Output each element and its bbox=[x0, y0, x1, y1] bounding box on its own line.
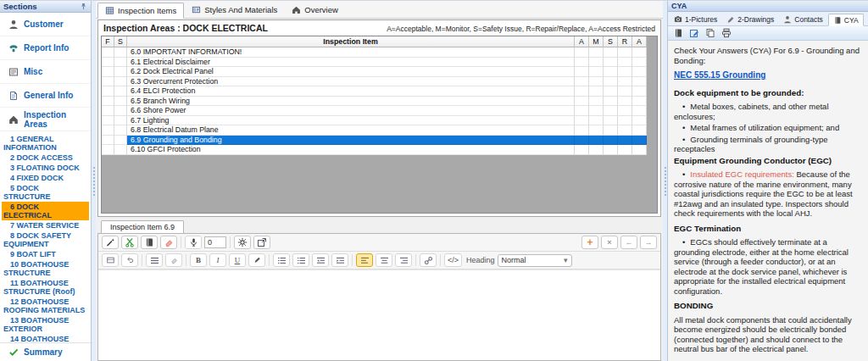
cell-rating[interactable] bbox=[618, 77, 632, 87]
cell-rating[interactable] bbox=[632, 145, 647, 155]
cell-rating[interactable] bbox=[575, 116, 589, 126]
cell-f[interactable] bbox=[102, 77, 114, 87]
table-row[interactable]: 6.5 Branch Wiring bbox=[102, 97, 647, 107]
cell-s[interactable] bbox=[114, 145, 127, 155]
table-row[interactable]: 6.8 Electrical Datum Plane bbox=[102, 125, 647, 136]
cell-item[interactable]: 6.7 Lighting bbox=[127, 116, 575, 126]
paragraph-lines-icon[interactable] bbox=[146, 253, 163, 267]
cut-scissors-button[interactable] bbox=[121, 236, 138, 249]
align-left-button[interactable] bbox=[356, 253, 373, 267]
cell-s[interactable] bbox=[114, 116, 127, 126]
cell-s[interactable] bbox=[114, 77, 127, 87]
cell-rating[interactable] bbox=[604, 116, 618, 126]
book-icon[interactable] bbox=[673, 28, 683, 38]
undo-icon[interactable] bbox=[121, 253, 138, 267]
cell-s[interactable] bbox=[114, 47, 127, 58]
sidebar-item-customer[interactable]: Customer bbox=[0, 13, 91, 36]
microphone-button[interactable] bbox=[185, 236, 202, 249]
area-item[interactable]: 2 DOCK ACCESS bbox=[2, 153, 89, 163]
area-item[interactable]: 3 FLOATING DOCK bbox=[2, 163, 89, 173]
area-item[interactable]: 10 BOATHOUSE STRUCTURE bbox=[2, 259, 89, 278]
cell-s[interactable] bbox=[114, 136, 127, 146]
spellcheck-wand-button[interactable] bbox=[102, 236, 119, 249]
cell-f[interactable] bbox=[102, 125, 114, 136]
cell-s[interactable] bbox=[114, 97, 127, 107]
tab-pictures[interactable]: 1-Pictures bbox=[670, 13, 721, 25]
cell-rating[interactable] bbox=[604, 58, 618, 68]
cell-item[interactable]: 6.0 IMPORTANT INFORMATION! bbox=[127, 47, 575, 58]
outdent-button[interactable] bbox=[312, 253, 329, 267]
cell-rating[interactable] bbox=[632, 58, 647, 68]
sidebar-item-misc[interactable]: Misc bbox=[0, 60, 91, 84]
cell-rating[interactable] bbox=[575, 86, 589, 97]
tab-inspection-items[interactable]: Inspection Items bbox=[97, 3, 184, 19]
cell-rating[interactable] bbox=[604, 136, 618, 146]
cell-s[interactable] bbox=[114, 125, 127, 136]
eraser-button[interactable] bbox=[160, 236, 177, 249]
cell-rating[interactable] bbox=[604, 86, 618, 97]
cell-rating[interactable] bbox=[589, 47, 604, 58]
unordered-list-button[interactable] bbox=[292, 253, 309, 267]
cell-rating[interactable] bbox=[604, 97, 618, 107]
cell-rating[interactable] bbox=[604, 67, 618, 77]
area-item[interactable]: 11 BOATHOUSE STRUCTURE (Roof) bbox=[2, 278, 89, 297]
cell-rating[interactable] bbox=[618, 47, 632, 58]
cell-rating[interactable] bbox=[604, 77, 618, 87]
cell-rating[interactable] bbox=[632, 77, 647, 87]
open-external-button[interactable] bbox=[253, 236, 270, 249]
cell-rating[interactable] bbox=[575, 136, 589, 146]
cell-f[interactable] bbox=[102, 97, 114, 107]
area-item[interactable]: 8 DOCK SAFETY EQUIPMENT bbox=[2, 230, 89, 249]
table-row[interactable]: 6.1 Electrical Disclaimer bbox=[102, 58, 647, 68]
cell-rating[interactable] bbox=[632, 136, 647, 146]
cell-f[interactable] bbox=[102, 86, 114, 97]
cell-rating[interactable] bbox=[575, 58, 589, 68]
cell-rating[interactable] bbox=[618, 116, 632, 126]
close-item-button[interactable]: × bbox=[601, 236, 618, 249]
cell-rating[interactable] bbox=[632, 47, 647, 58]
area-item[interactable]: 5 DOCK STRUCTURE bbox=[2, 183, 89, 202]
cell-rating[interactable] bbox=[618, 67, 632, 77]
cell-rating[interactable] bbox=[618, 136, 632, 146]
print-icon[interactable] bbox=[721, 28, 732, 38]
cell-rating[interactable] bbox=[575, 106, 589, 116]
cell-rating[interactable] bbox=[589, 145, 604, 155]
tab-contacts[interactable]: Contacts bbox=[779, 13, 827, 25]
cell-rating[interactable] bbox=[589, 58, 604, 68]
edit-icon[interactable] bbox=[689, 28, 699, 38]
cell-rating[interactable] bbox=[575, 77, 589, 87]
tab-drawings[interactable]: 2-Drawings bbox=[722, 13, 778, 25]
nec-grounding-link[interactable]: NEC 555.15 Grounding bbox=[674, 70, 765, 81]
cell-rating[interactable] bbox=[589, 116, 604, 126]
cell-rating[interactable] bbox=[589, 125, 604, 136]
sidebar-item-report-info[interactable]: Report Info bbox=[0, 36, 91, 60]
cell-rating[interactable] bbox=[618, 145, 632, 155]
sidebar-item-inspection-areas[interactable]: Inspection Areas bbox=[0, 108, 91, 131]
cell-rating[interactable] bbox=[589, 77, 604, 87]
highlight-pen-icon[interactable] bbox=[248, 253, 265, 267]
add-item-button[interactable]: + bbox=[581, 236, 598, 249]
area-item[interactable]: 9 BOAT LIFT bbox=[2, 249, 89, 259]
cell-item[interactable]: 6.9 Grounding and Bonding bbox=[127, 136, 575, 146]
cell-rating[interactable] bbox=[604, 47, 618, 58]
cell-rating[interactable] bbox=[575, 125, 589, 136]
cell-rating[interactable] bbox=[575, 145, 589, 155]
cell-rating[interactable] bbox=[632, 97, 647, 107]
tab-overview[interactable]: Overview bbox=[285, 2, 345, 18]
ordered-list-button[interactable] bbox=[273, 253, 290, 267]
expand-icon[interactable] bbox=[102, 253, 119, 267]
cell-s[interactable] bbox=[114, 58, 127, 68]
cell-rating[interactable] bbox=[618, 97, 632, 107]
cell-item[interactable]: 6.10 GFCI Protection bbox=[127, 145, 575, 155]
cell-f[interactable] bbox=[102, 47, 114, 58]
mic-count-field[interactable]: 0 bbox=[204, 236, 226, 248]
copy-icon[interactable] bbox=[705, 28, 715, 38]
cell-f[interactable] bbox=[102, 58, 114, 68]
cell-rating[interactable] bbox=[589, 136, 604, 146]
cell-rating[interactable] bbox=[604, 106, 618, 116]
editor-tab[interactable]: Inspection Item 6.9 bbox=[101, 220, 184, 233]
cell-rating[interactable] bbox=[618, 125, 632, 136]
cell-f[interactable] bbox=[102, 116, 114, 126]
table-row[interactable]: 6.7 Lighting bbox=[102, 116, 647, 126]
right-splitter[interactable] bbox=[663, 1, 667, 361]
